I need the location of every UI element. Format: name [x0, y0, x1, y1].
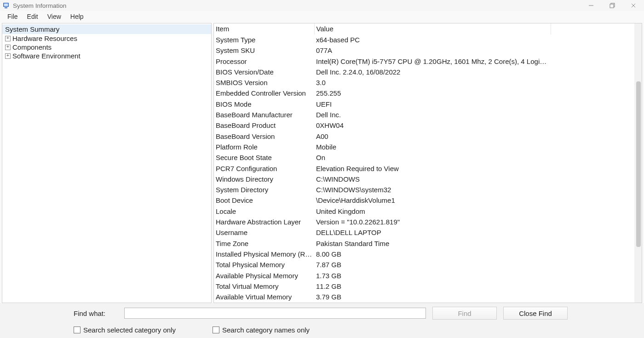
table-row[interactable]: ProcessorIntel(R) Core(TM) i5-7Y57 CPU @…	[214, 56, 642, 67]
tree-item[interactable]: Hardware Resources	[2, 34, 211, 43]
expand-icon[interactable]	[5, 36, 11, 41]
svg-rect-1	[4, 4, 8, 6]
table-row[interactable]: BIOS ModeUEFI	[214, 99, 642, 109]
item-cell: Windows Directory	[214, 174, 314, 184]
app-icon	[3, 2, 10, 9]
value-cell: C:\WINDOWS\system32	[314, 184, 551, 195]
expand-icon[interactable]	[5, 45, 11, 50]
menu-edit[interactable]: Edit	[23, 12, 43, 21]
value-cell: 11.2 GB	[314, 281, 551, 292]
value-cell: 077A	[314, 45, 551, 56]
item-cell: BIOS Version/Date	[214, 67, 314, 77]
menu-view[interactable]: View	[43, 12, 66, 21]
tree-item[interactable]: Components	[2, 43, 211, 52]
value-cell: 3.0	[314, 77, 551, 88]
value-cell: \Device\HarddiskVolume1	[314, 195, 551, 206]
table-row[interactable]: BIOS Version/DateDell Inc. 2.24.0, 16/08…	[214, 67, 642, 77]
item-cell: Installed Physical Memory (RAM)	[214, 249, 314, 259]
item-cell: BIOS Mode	[214, 99, 314, 109]
maximize-button[interactable]	[602, 0, 623, 11]
checkbox-icon[interactable]	[213, 327, 219, 333]
checkbox-icon[interactable]	[74, 327, 80, 333]
window-title: System Information	[13, 2, 66, 9]
item-cell: Username	[214, 227, 314, 238]
tree-root-system-summary[interactable]: System Summary	[2, 24, 211, 34]
item-cell: BaseBoard Product	[214, 120, 314, 131]
table-row[interactable]: Total Virtual Memory11.2 GB	[214, 281, 642, 292]
menu-file[interactable]: File	[3, 12, 23, 21]
column-header-item[interactable]: Item	[214, 23, 314, 34]
item-cell: BaseBoard Version	[214, 131, 314, 142]
content-area: System Summary Hardware ResourcesCompone…	[0, 22, 644, 303]
value-cell: Dell Inc. 2.24.0, 16/08/2022	[314, 67, 551, 77]
item-cell: System Directory	[214, 184, 314, 195]
table-row[interactable]: LocaleUnited Kingdom	[214, 206, 642, 217]
table-row[interactable]: Windows DirectoryC:\WINDOWS	[214, 174, 642, 184]
value-cell: A00	[314, 131, 551, 142]
column-header-value[interactable]: Value	[314, 23, 551, 34]
menubar: File Edit View Help	[0, 11, 644, 22]
svg-rect-2	[5, 7, 7, 8]
find-button[interactable]: Find	[432, 307, 497, 320]
search-selected-category-only[interactable]: Search selected category only	[74, 326, 176, 334]
value-cell: Elevation Required to View	[314, 163, 551, 174]
table-row[interactable]: UsernameDELL\DELL LAPTOP	[214, 227, 642, 238]
value-cell: 3.79 GB	[314, 292, 551, 302]
table-row[interactable]: System SKU077A	[214, 45, 642, 56]
item-cell: Locale	[214, 206, 314, 217]
table-row[interactable]: Hardware Abstraction LayerVersion = "10.…	[214, 217, 642, 227]
table-row[interactable]: BaseBoard VersionA00	[214, 131, 642, 142]
tree-item-label: Software Environment	[12, 52, 80, 60]
item-cell: System Type	[214, 34, 314, 45]
value-cell: C:\WINDOWS	[314, 174, 551, 184]
value-cell: 0XHW04	[314, 120, 551, 131]
value-cell: 1.73 GB	[314, 270, 551, 281]
checkbox-label: Search category names only	[222, 326, 310, 334]
expand-icon[interactable]	[5, 53, 11, 59]
table-row[interactable]: BaseBoard ManufacturerDell Inc.	[214, 109, 642, 120]
details-header-row[interactable]: Item Value	[214, 23, 642, 34]
table-row[interactable]: Available Virtual Memory3.79 GB	[214, 292, 642, 302]
item-cell: Available Physical Memory	[214, 270, 314, 281]
category-tree[interactable]: System Summary Hardware ResourcesCompone…	[2, 23, 212, 303]
column-header-blank[interactable]	[551, 23, 642, 34]
table-row[interactable]: Time ZonePakistan Standard Time	[214, 238, 642, 249]
table-row[interactable]: System DirectoryC:\WINDOWS\system32	[214, 184, 642, 195]
value-cell: x64-based PC	[314, 34, 551, 45]
search-category-names-only[interactable]: Search category names only	[213, 326, 310, 334]
table-row[interactable]: PCR7 ConfigurationElevation Required to …	[214, 163, 642, 174]
minimize-button[interactable]	[581, 0, 602, 11]
value-cell: 255.255	[314, 88, 551, 98]
item-cell: Total Physical Memory	[214, 259, 314, 270]
value-cell: 8.00 GB	[314, 249, 551, 259]
item-cell: Processor	[214, 56, 314, 67]
table-row[interactable]: Embedded Controller Version255.255	[214, 88, 642, 98]
table-row[interactable]: BaseBoard Product0XHW04	[214, 120, 642, 131]
tree-item[interactable]: Software Environment	[2, 52, 211, 60]
item-cell: Available Virtual Memory	[214, 292, 314, 302]
table-row[interactable]: Platform RoleMobile	[214, 142, 642, 152]
titlebar: System Information	[0, 0, 644, 11]
find-label: Find what:	[74, 309, 118, 317]
table-row[interactable]: Installed Physical Memory (RAM)8.00 GB	[214, 249, 642, 259]
table-row[interactable]: Total Physical Memory7.87 GB	[214, 259, 642, 270]
item-cell: Total Virtual Memory	[214, 281, 314, 292]
tree-item-label: Hardware Resources	[12, 34, 77, 42]
table-row[interactable]: Secure Boot StateOn	[214, 152, 642, 163]
details-pane: Item Value System Typex64-based PCSystem…	[213, 23, 642, 303]
scrollbar-thumb[interactable]	[636, 81, 641, 247]
table-row[interactable]: Available Physical Memory1.73 GB	[214, 270, 642, 281]
table-row[interactable]: Boot Device\Device\HarddiskVolume1	[214, 195, 642, 206]
item-cell: Hardware Abstraction Layer	[214, 217, 314, 227]
menu-help[interactable]: Help	[66, 12, 88, 21]
value-cell: DELL\DELL LAPTOP	[314, 227, 551, 238]
table-row[interactable]: System Typex64-based PC	[214, 34, 642, 45]
value-cell: Intel(R) Core(TM) i5-7Y57 CPU @ 1.20GHz,…	[314, 56, 551, 67]
close-button[interactable]	[623, 0, 644, 11]
item-cell: System SKU	[214, 45, 314, 56]
checkbox-label: Search selected category only	[83, 326, 176, 334]
find-input[interactable]	[124, 308, 426, 319]
close-find-button[interactable]: Close Find	[503, 307, 568, 320]
table-row[interactable]: SMBIOS Version3.0	[214, 77, 642, 88]
vertical-scrollbar[interactable]	[634, 23, 642, 303]
